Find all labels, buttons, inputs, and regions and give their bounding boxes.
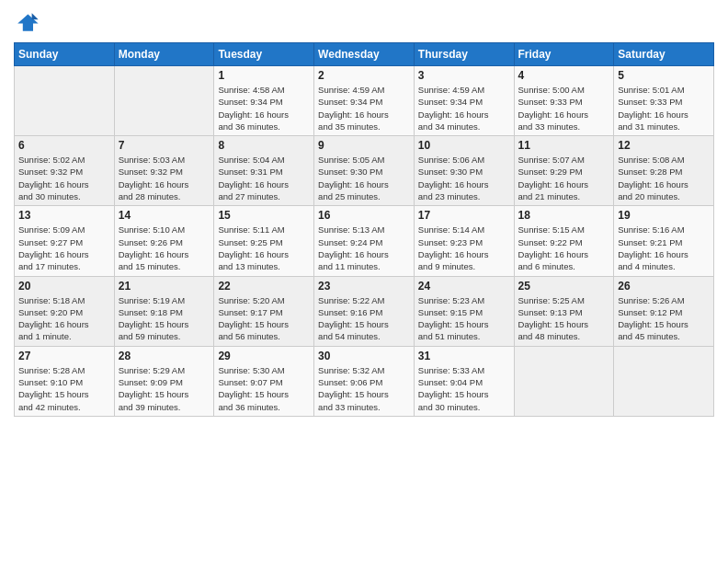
day-number: 2 bbox=[318, 69, 410, 82]
day-number: 14 bbox=[119, 209, 210, 222]
day-number: 17 bbox=[418, 209, 510, 222]
day-info: Sunrise: 5:06 AM Sunset: 9:30 PM Dayligh… bbox=[418, 154, 510, 202]
logo bbox=[14, 9, 43, 35]
day-info: Sunrise: 5:16 AM Sunset: 9:21 PM Dayligh… bbox=[618, 224, 710, 272]
day-info: Sunrise: 4:58 AM Sunset: 9:34 PM Dayligh… bbox=[218, 84, 310, 132]
week-row-5: 27Sunrise: 5:28 AM Sunset: 9:10 PM Dayli… bbox=[15, 346, 714, 416]
logo-icon bbox=[14, 9, 40, 35]
header bbox=[14, 9, 714, 35]
day-info: Sunrise: 5:08 AM Sunset: 9:28 PM Dayligh… bbox=[618, 154, 710, 202]
day-number: 4 bbox=[518, 69, 610, 82]
calendar-cell: 12Sunrise: 5:08 AM Sunset: 9:28 PM Dayli… bbox=[614, 136, 714, 206]
day-info: Sunrise: 5:05 AM Sunset: 9:30 PM Dayligh… bbox=[318, 154, 410, 202]
calendar-cell: 9Sunrise: 5:05 AM Sunset: 9:30 PM Daylig… bbox=[314, 136, 415, 206]
week-row-2: 6Sunrise: 5:02 AM Sunset: 9:32 PM Daylig… bbox=[15, 136, 714, 206]
day-number: 8 bbox=[218, 139, 310, 152]
day-info: Sunrise: 5:07 AM Sunset: 9:29 PM Dayligh… bbox=[518, 154, 610, 202]
calendar-cell: 25Sunrise: 5:25 AM Sunset: 9:13 PM Dayli… bbox=[514, 276, 614, 346]
day-info: Sunrise: 5:15 AM Sunset: 9:22 PM Dayligh… bbox=[518, 224, 610, 272]
calendar-cell: 11Sunrise: 5:07 AM Sunset: 9:29 PM Dayli… bbox=[514, 136, 614, 206]
day-info: Sunrise: 5:13 AM Sunset: 9:24 PM Dayligh… bbox=[318, 224, 410, 272]
day-number: 19 bbox=[618, 209, 710, 222]
day-number: 13 bbox=[18, 209, 110, 222]
col-header-wednesday: Wednesday bbox=[314, 43, 415, 66]
day-number: 20 bbox=[18, 280, 110, 293]
calendar-cell: 21Sunrise: 5:19 AM Sunset: 9:18 PM Dayli… bbox=[114, 276, 214, 346]
calendar-cell: 10Sunrise: 5:06 AM Sunset: 9:30 PM Dayli… bbox=[414, 136, 514, 206]
day-info: Sunrise: 5:02 AM Sunset: 9:32 PM Dayligh… bbox=[18, 154, 110, 202]
day-number: 30 bbox=[318, 350, 410, 362]
day-info: Sunrise: 5:23 AM Sunset: 9:15 PM Dayligh… bbox=[418, 294, 510, 343]
day-number: 23 bbox=[318, 280, 410, 293]
day-info: Sunrise: 5:14 AM Sunset: 9:23 PM Dayligh… bbox=[418, 224, 510, 272]
calendar-cell: 18Sunrise: 5:15 AM Sunset: 9:22 PM Dayli… bbox=[514, 206, 614, 276]
day-number: 11 bbox=[518, 139, 610, 152]
day-info: Sunrise: 5:29 AM Sunset: 9:09 PM Dayligh… bbox=[119, 364, 210, 413]
calendar-cell: 23Sunrise: 5:22 AM Sunset: 9:16 PM Dayli… bbox=[314, 276, 415, 346]
calendar-cell: 31Sunrise: 5:33 AM Sunset: 9:04 PM Dayli… bbox=[414, 346, 514, 416]
calendar-cell bbox=[15, 66, 115, 136]
calendar-cell: 15Sunrise: 5:11 AM Sunset: 9:25 PM Dayli… bbox=[214, 206, 314, 276]
calendar-cell: 7Sunrise: 5:03 AM Sunset: 9:32 PM Daylig… bbox=[114, 136, 214, 206]
day-info: Sunrise: 5:10 AM Sunset: 9:26 PM Dayligh… bbox=[119, 224, 210, 272]
day-number: 6 bbox=[18, 139, 110, 152]
calendar-cell: 28Sunrise: 5:29 AM Sunset: 9:09 PM Dayli… bbox=[114, 346, 214, 416]
col-header-sunday: Sunday bbox=[15, 43, 115, 66]
day-info: Sunrise: 5:32 AM Sunset: 9:06 PM Dayligh… bbox=[318, 364, 410, 413]
col-header-friday: Friday bbox=[514, 43, 614, 66]
col-header-thursday: Thursday bbox=[414, 43, 514, 66]
calendar-cell: 27Sunrise: 5:28 AM Sunset: 9:10 PM Dayli… bbox=[15, 346, 115, 416]
day-number: 16 bbox=[318, 209, 410, 222]
day-info: Sunrise: 5:19 AM Sunset: 9:18 PM Dayligh… bbox=[119, 294, 210, 343]
day-info: Sunrise: 5:01 AM Sunset: 9:33 PM Dayligh… bbox=[618, 84, 710, 132]
calendar-cell: 2Sunrise: 4:59 AM Sunset: 9:34 PM Daylig… bbox=[314, 66, 415, 136]
calendar-cell: 4Sunrise: 5:00 AM Sunset: 9:33 PM Daylig… bbox=[514, 66, 614, 136]
day-number: 9 bbox=[318, 139, 410, 152]
calendar-cell: 19Sunrise: 5:16 AM Sunset: 9:21 PM Dayli… bbox=[614, 206, 714, 276]
day-number: 26 bbox=[618, 280, 710, 293]
calendar-cell: 3Sunrise: 4:59 AM Sunset: 9:34 PM Daylig… bbox=[414, 66, 514, 136]
day-number: 10 bbox=[418, 139, 510, 152]
header-row: SundayMondayTuesdayWednesdayThursdayFrid… bbox=[15, 43, 714, 66]
week-row-4: 20Sunrise: 5:18 AM Sunset: 9:20 PM Dayli… bbox=[15, 276, 714, 346]
calendar-cell: 1Sunrise: 4:58 AM Sunset: 9:34 PM Daylig… bbox=[214, 66, 314, 136]
day-info: Sunrise: 5:22 AM Sunset: 9:16 PM Dayligh… bbox=[318, 294, 410, 343]
day-number: 5 bbox=[618, 69, 710, 82]
col-header-tuesday: Tuesday bbox=[214, 43, 314, 66]
day-number: 18 bbox=[518, 209, 610, 222]
col-header-saturday: Saturday bbox=[614, 43, 714, 66]
calendar-cell: 17Sunrise: 5:14 AM Sunset: 9:23 PM Dayli… bbox=[414, 206, 514, 276]
day-number: 27 bbox=[18, 350, 110, 362]
svg-marker-1 bbox=[32, 13, 39, 19]
day-info: Sunrise: 5:04 AM Sunset: 9:31 PM Dayligh… bbox=[218, 154, 310, 202]
calendar-cell bbox=[514, 346, 614, 416]
day-number: 15 bbox=[218, 209, 310, 222]
calendar-cell: 13Sunrise: 5:09 AM Sunset: 9:27 PM Dayli… bbox=[15, 206, 115, 276]
day-info: Sunrise: 5:11 AM Sunset: 9:25 PM Dayligh… bbox=[218, 224, 310, 272]
calendar-cell: 8Sunrise: 5:04 AM Sunset: 9:31 PM Daylig… bbox=[214, 136, 314, 206]
calendar-cell bbox=[114, 66, 214, 136]
calendar-cell: 26Sunrise: 5:26 AM Sunset: 9:12 PM Dayli… bbox=[614, 276, 714, 346]
day-number: 29 bbox=[218, 350, 310, 362]
day-number: 25 bbox=[518, 280, 610, 293]
day-info: Sunrise: 5:26 AM Sunset: 9:12 PM Dayligh… bbox=[618, 294, 710, 343]
day-info: Sunrise: 4:59 AM Sunset: 9:34 PM Dayligh… bbox=[418, 84, 510, 132]
calendar-cell: 6Sunrise: 5:02 AM Sunset: 9:32 PM Daylig… bbox=[15, 136, 115, 206]
day-number: 22 bbox=[218, 280, 310, 293]
day-info: Sunrise: 5:00 AM Sunset: 9:33 PM Dayligh… bbox=[518, 84, 610, 132]
day-info: Sunrise: 5:20 AM Sunset: 9:17 PM Dayligh… bbox=[218, 294, 310, 343]
day-number: 12 bbox=[618, 139, 710, 152]
day-info: Sunrise: 5:09 AM Sunset: 9:27 PM Dayligh… bbox=[18, 224, 110, 272]
calendar-cell bbox=[614, 346, 714, 416]
col-header-monday: Monday bbox=[114, 43, 214, 66]
day-number: 31 bbox=[418, 350, 510, 362]
day-info: Sunrise: 5:25 AM Sunset: 9:13 PM Dayligh… bbox=[518, 294, 610, 343]
day-info: Sunrise: 5:33 AM Sunset: 9:04 PM Dayligh… bbox=[418, 364, 510, 413]
calendar-cell: 22Sunrise: 5:20 AM Sunset: 9:17 PM Dayli… bbox=[214, 276, 314, 346]
day-info: Sunrise: 5:03 AM Sunset: 9:32 PM Dayligh… bbox=[119, 154, 210, 202]
week-row-1: 1Sunrise: 4:58 AM Sunset: 9:34 PM Daylig… bbox=[15, 66, 714, 136]
calendar-cell: 16Sunrise: 5:13 AM Sunset: 9:24 PM Dayli… bbox=[314, 206, 415, 276]
day-info: Sunrise: 5:28 AM Sunset: 9:10 PM Dayligh… bbox=[18, 364, 110, 413]
day-number: 24 bbox=[418, 280, 510, 293]
day-number: 7 bbox=[119, 139, 210, 152]
